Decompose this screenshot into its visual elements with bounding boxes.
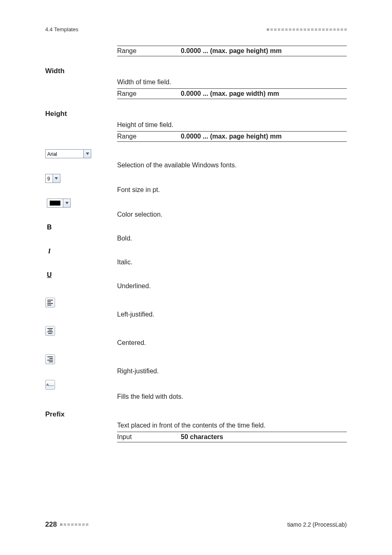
font-select[interactable]: Arial bbox=[45, 149, 91, 158]
footer-decor bbox=[60, 523, 88, 526]
italic-button[interactable]: I bbox=[45, 247, 53, 255]
desc-underline: Underlined. bbox=[117, 282, 347, 290]
underline-button[interactable]: U bbox=[45, 271, 53, 279]
desc-fill-dots: Fills the field with dots. bbox=[117, 393, 347, 400]
desc-color: Color selection. bbox=[117, 211, 347, 218]
underline-icon: U bbox=[47, 271, 52, 279]
range-value-width: 0.0000 ... (max. page width) mm bbox=[181, 90, 279, 97]
product-name: tiamo 2.2 (ProcessLab) bbox=[287, 521, 347, 528]
font-size-value: 9 bbox=[46, 174, 53, 183]
range-label-height: Range bbox=[117, 133, 181, 140]
input-value-prefix: 50 characters bbox=[181, 433, 223, 441]
desc-align-right: Right-justified. bbox=[117, 368, 347, 375]
desc-bold: Bold. bbox=[117, 235, 347, 242]
chevron-down-icon bbox=[53, 174, 60, 183]
chevron-down-icon bbox=[63, 199, 70, 207]
desc-size: Font size in pt. bbox=[117, 186, 347, 194]
fill-dots-button[interactable]: A.... bbox=[45, 380, 55, 390]
chevron-down-icon bbox=[83, 150, 91, 158]
desc-align-left: Left-justified. bbox=[117, 311, 347, 318]
page-number: 228 bbox=[45, 520, 57, 529]
bold-icon: B bbox=[47, 224, 52, 231]
font-size-select[interactable]: 9 bbox=[45, 174, 60, 183]
range-label: Range bbox=[117, 47, 181, 55]
align-left-icon bbox=[47, 300, 53, 305]
label-height: Height bbox=[45, 110, 117, 118]
color-select[interactable] bbox=[47, 199, 71, 208]
section-header: 4.4 Templates bbox=[45, 26, 78, 32]
bold-button[interactable]: B bbox=[45, 223, 53, 231]
desc-width: Width of time field. bbox=[117, 79, 347, 86]
input-label-prefix: Input bbox=[117, 433, 181, 441]
range-value-height: 0.0000 ... (max. page height) mm bbox=[181, 133, 281, 140]
header-decor bbox=[267, 28, 347, 31]
align-right-icon bbox=[47, 356, 53, 362]
align-center-icon bbox=[47, 328, 53, 334]
color-swatch bbox=[50, 201, 60, 206]
desc-align-center: Centered. bbox=[117, 339, 347, 347]
align-center-button[interactable] bbox=[45, 326, 55, 336]
range-value: 0.0000 ... (max. page height) mm bbox=[181, 47, 281, 55]
label-prefix: Prefix bbox=[45, 410, 117, 419]
italic-icon: I bbox=[48, 247, 51, 255]
range-label-width: Range bbox=[117, 90, 181, 97]
align-right-button[interactable] bbox=[45, 354, 55, 364]
desc-italic: Italic. bbox=[117, 259, 347, 266]
label-width: Width bbox=[45, 67, 117, 75]
desc-prefix: Text placed in front of the contents of … bbox=[117, 422, 347, 429]
desc-height: Height of time field. bbox=[117, 121, 347, 129]
desc-font: Selection of the available Windows fonts… bbox=[117, 162, 347, 169]
align-left-button[interactable] bbox=[45, 298, 55, 308]
fill-dots-icon: A.... bbox=[46, 383, 54, 387]
font-select-value: Arial bbox=[46, 150, 83, 158]
